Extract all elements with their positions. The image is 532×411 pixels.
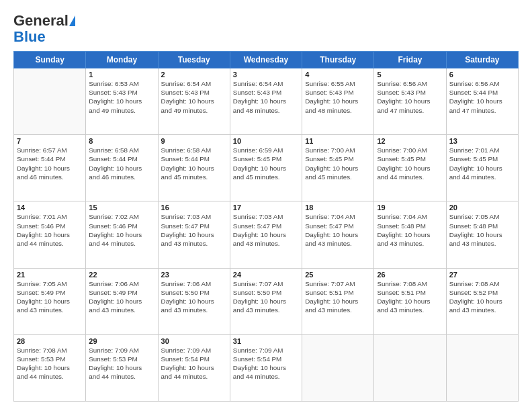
calendar-cell: 22Sunrise: 7:06 AM Sunset: 5:49 PM Dayli… (86, 268, 158, 334)
calendar-cell: 26Sunrise: 7:08 AM Sunset: 5:51 PM Dayli… (374, 268, 446, 334)
calendar-cell: 11Sunrise: 7:00 AM Sunset: 5:45 PM Dayli… (302, 135, 374, 201)
calendar-cell: 20Sunrise: 7:05 AM Sunset: 5:48 PM Dayli… (446, 201, 518, 268)
weekday-header-sunday: Sunday (14, 52, 86, 68)
calendar-cell: 1Sunrise: 6:53 AM Sunset: 5:43 PM Daylig… (86, 68, 158, 135)
day-number: 6 (449, 71, 515, 79)
calendar-week-row: 7Sunrise: 6:57 AM Sunset: 5:44 PM Daylig… (14, 135, 519, 201)
weekday-header-tuesday: Tuesday (158, 52, 230, 68)
calendar-cell: 12Sunrise: 7:00 AM Sunset: 5:45 PM Dayli… (374, 135, 446, 201)
calendar-cell: 13Sunrise: 7:01 AM Sunset: 5:45 PM Dayli… (446, 135, 518, 201)
day-number: 19 (377, 203, 443, 212)
day-number: 7 (17, 137, 83, 145)
header: General Blue (13, 12, 519, 44)
day-number: 3 (233, 71, 299, 79)
day-info: Sunrise: 7:08 AM Sunset: 5:53 PM Dayligh… (17, 346, 83, 381)
day-number: 30 (161, 337, 227, 345)
day-info: Sunrise: 6:57 AM Sunset: 5:44 PM Dayligh… (17, 146, 83, 181)
calendar-cell: 2Sunrise: 6:54 AM Sunset: 5:43 PM Daylig… (158, 68, 230, 135)
day-info: Sunrise: 6:54 AM Sunset: 5:43 PM Dayligh… (161, 79, 227, 115)
day-number: 12 (377, 137, 443, 145)
calendar-cell (302, 334, 374, 401)
calendar-cell: 6Sunrise: 6:56 AM Sunset: 5:44 PM Daylig… (446, 68, 518, 135)
day-info: Sunrise: 7:05 AM Sunset: 5:48 PM Dayligh… (449, 212, 515, 248)
day-number: 27 (449, 271, 515, 279)
day-info: Sunrise: 6:58 AM Sunset: 5:44 PM Dayligh… (161, 146, 227, 181)
logo-general: General (13, 12, 69, 30)
calendar-cell (446, 334, 518, 401)
day-number: 11 (305, 137, 371, 145)
day-number: 29 (89, 337, 154, 345)
day-info: Sunrise: 7:09 AM Sunset: 5:54 PM Dayligh… (233, 346, 299, 381)
calendar-cell: 31Sunrise: 7:09 AM Sunset: 5:54 PM Dayli… (230, 334, 302, 401)
day-number: 20 (449, 203, 515, 212)
day-number: 23 (161, 271, 227, 279)
calendar-cell: 30Sunrise: 7:09 AM Sunset: 5:54 PM Dayli… (158, 334, 230, 401)
day-number: 16 (161, 203, 227, 212)
calendar-cell: 5Sunrise: 6:56 AM Sunset: 5:43 PM Daylig… (374, 68, 446, 135)
day-number: 31 (233, 337, 299, 345)
calendar-cell: 9Sunrise: 6:58 AM Sunset: 5:44 PM Daylig… (158, 135, 230, 201)
day-number: 28 (17, 337, 83, 345)
calendar-cell: 7Sunrise: 6:57 AM Sunset: 5:44 PM Daylig… (14, 135, 86, 201)
day-info: Sunrise: 7:04 AM Sunset: 5:47 PM Dayligh… (305, 212, 371, 248)
day-number: 25 (305, 271, 371, 279)
day-number: 8 (89, 137, 154, 145)
day-info: Sunrise: 7:08 AM Sunset: 5:51 PM Dayligh… (377, 279, 443, 315)
day-info: Sunrise: 6:53 AM Sunset: 5:43 PM Dayligh… (89, 79, 154, 115)
day-number: 1 (89, 71, 154, 79)
day-info: Sunrise: 6:54 AM Sunset: 5:43 PM Dayligh… (233, 79, 299, 115)
day-number: 26 (377, 271, 443, 279)
day-info: Sunrise: 7:09 AM Sunset: 5:54 PM Dayligh… (161, 346, 227, 381)
calendar-cell: 28Sunrise: 7:08 AM Sunset: 5:53 PM Dayli… (14, 334, 86, 401)
calendar-cell: 4Sunrise: 6:55 AM Sunset: 5:43 PM Daylig… (302, 68, 374, 135)
day-info: Sunrise: 7:01 AM Sunset: 5:46 PM Dayligh… (17, 212, 83, 248)
page: General Blue SundayMondayTuesdayWednesda… (0, 0, 532, 411)
day-info: Sunrise: 7:05 AM Sunset: 5:49 PM Dayligh… (17, 279, 83, 315)
day-number: 17 (233, 203, 299, 212)
calendar-cell: 3Sunrise: 6:54 AM Sunset: 5:43 PM Daylig… (230, 68, 302, 135)
weekday-header-friday: Friday (374, 52, 446, 68)
day-info: Sunrise: 7:07 AM Sunset: 5:51 PM Dayligh… (305, 279, 371, 315)
weekday-header-saturday: Saturday (446, 52, 518, 68)
day-info: Sunrise: 7:06 AM Sunset: 5:49 PM Dayligh… (89, 279, 154, 315)
calendar-cell: 18Sunrise: 7:04 AM Sunset: 5:47 PM Dayli… (302, 201, 374, 268)
day-info: Sunrise: 6:58 AM Sunset: 5:44 PM Dayligh… (89, 146, 154, 181)
day-number: 5 (377, 71, 443, 79)
weekday-header-thursday: Thursday (302, 52, 374, 68)
calendar-cell: 25Sunrise: 7:07 AM Sunset: 5:51 PM Dayli… (302, 268, 374, 334)
calendar-cell: 19Sunrise: 7:04 AM Sunset: 5:48 PM Dayli… (374, 201, 446, 268)
day-info: Sunrise: 7:04 AM Sunset: 5:48 PM Dayligh… (377, 212, 443, 248)
day-number: 22 (89, 271, 154, 279)
calendar-cell: 15Sunrise: 7:02 AM Sunset: 5:46 PM Dayli… (86, 201, 158, 268)
day-info: Sunrise: 7:09 AM Sunset: 5:53 PM Dayligh… (89, 346, 154, 381)
day-number: 4 (305, 71, 371, 79)
calendar-cell (14, 68, 86, 135)
calendar-cell (374, 334, 446, 401)
calendar-cell: 8Sunrise: 6:58 AM Sunset: 5:44 PM Daylig… (86, 135, 158, 201)
day-info: Sunrise: 7:02 AM Sunset: 5:46 PM Dayligh… (89, 212, 154, 248)
day-info: Sunrise: 7:06 AM Sunset: 5:50 PM Dayligh… (161, 279, 227, 315)
weekday-header-wednesday: Wednesday (230, 52, 302, 68)
day-number: 15 (89, 203, 154, 212)
calendar-cell: 14Sunrise: 7:01 AM Sunset: 5:46 PM Dayli… (14, 201, 86, 268)
day-info: Sunrise: 7:07 AM Sunset: 5:50 PM Dayligh… (233, 279, 299, 315)
calendar-week-row: 21Sunrise: 7:05 AM Sunset: 5:49 PM Dayli… (14, 268, 519, 334)
day-number: 24 (233, 271, 299, 279)
day-number: 9 (161, 137, 227, 145)
day-info: Sunrise: 6:56 AM Sunset: 5:43 PM Dayligh… (377, 79, 443, 115)
day-info: Sunrise: 7:00 AM Sunset: 5:45 PM Dayligh… (377, 146, 443, 181)
calendar-week-row: 14Sunrise: 7:01 AM Sunset: 5:46 PM Dayli… (14, 201, 519, 268)
weekday-header-monday: Monday (86, 52, 158, 68)
day-number: 14 (17, 203, 83, 212)
calendar-cell: 16Sunrise: 7:03 AM Sunset: 5:47 PM Dayli… (158, 201, 230, 268)
calendar-cell: 23Sunrise: 7:06 AM Sunset: 5:50 PM Dayli… (158, 268, 230, 334)
day-info: Sunrise: 7:03 AM Sunset: 5:47 PM Dayligh… (161, 212, 227, 248)
calendar-cell: 27Sunrise: 7:08 AM Sunset: 5:52 PM Dayli… (446, 268, 518, 334)
day-info: Sunrise: 6:55 AM Sunset: 5:43 PM Dayligh… (305, 79, 371, 115)
day-number: 2 (161, 71, 227, 79)
calendar-table: SundayMondayTuesdayWednesdayThursdayFrid… (13, 51, 519, 402)
logo-triangle-icon (69, 15, 75, 26)
day-number: 18 (305, 203, 371, 212)
calendar-week-row: 28Sunrise: 7:08 AM Sunset: 5:53 PM Dayli… (14, 334, 519, 401)
calendar-cell: 24Sunrise: 7:07 AM Sunset: 5:50 PM Dayli… (230, 268, 302, 334)
